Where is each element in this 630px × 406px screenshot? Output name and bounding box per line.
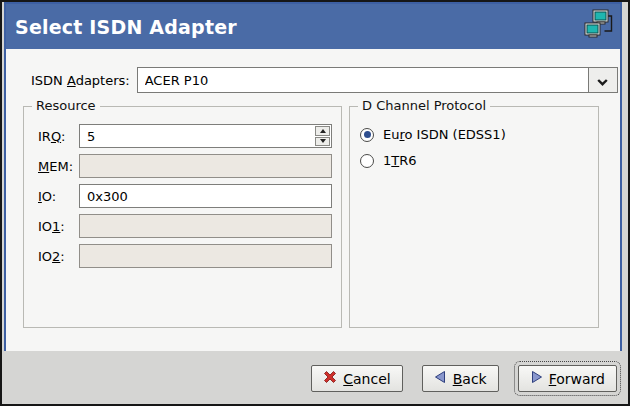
irq-spinbox[interactable]	[79, 124, 332, 148]
resource-group: Resource IRQ: MEM: I	[23, 106, 342, 328]
irq-label: IRQ:	[38, 129, 79, 144]
io2-input	[79, 244, 332, 268]
adapter-row: ISDN Adapters:	[31, 67, 618, 93]
forward-button[interactable]: Forward	[518, 365, 617, 392]
cancel-button-label: Cancel	[343, 371, 390, 387]
wizard-frame: Select ISDN Adapter ISDN Adapters:	[4, 2, 622, 353]
io-row: IO:	[38, 184, 332, 208]
irq-spin-up-button[interactable]	[315, 126, 330, 136]
dialog-content: ISDN Adapters: Resource IRQ:	[6, 49, 620, 351]
back-button[interactable]: Back	[422, 365, 499, 392]
io-label: IO:	[38, 189, 79, 204]
irq-input[interactable]	[80, 125, 314, 147]
cancel-button[interactable]: Cancel	[311, 365, 402, 392]
resource-group-title: Resource	[32, 98, 100, 113]
isdn-adapters-input[interactable]	[138, 68, 588, 92]
isdn-adapters-combo[interactable]	[137, 67, 618, 93]
chevron-down-icon	[597, 71, 608, 90]
mem-input	[79, 154, 332, 178]
d-channel-protocol-title: D Channel Protocol	[358, 98, 490, 113]
radio-euro-isdn-label: Euro ISDN (EDSS1)	[383, 127, 506, 142]
page-title: Select ISDN Adapter	[15, 16, 237, 38]
button-bar: Cancel Back Forward	[4, 351, 625, 401]
combo-dropdown-button[interactable]	[588, 68, 617, 92]
irq-spin-buttons	[314, 125, 331, 147]
io-input[interactable]	[79, 184, 332, 208]
chevron-up-icon	[320, 129, 326, 133]
io1-label: IO1:	[38, 219, 79, 234]
io2-label: IO2:	[38, 249, 79, 264]
network-computers-icon	[584, 9, 614, 44]
io2-row: IO2:	[38, 244, 332, 268]
d-channel-protocol-group: D Channel Protocol Euro ISDN (EDSS1) 1TR…	[349, 106, 599, 328]
chevron-down-icon	[320, 139, 326, 143]
right-triangle-icon	[530, 370, 543, 387]
io1-row: IO1:	[38, 214, 332, 238]
radio-dot	[364, 131, 371, 138]
dialog-window: Select ISDN Adapter ISDN Adapters:	[0, 0, 630, 406]
forward-button-label: Forward	[549, 371, 605, 387]
irq-row: IRQ:	[38, 124, 332, 148]
isdn-adapters-label: ISDN Adapters:	[31, 73, 130, 88]
red-x-icon	[323, 370, 337, 387]
radio-unselected-icon	[360, 154, 374, 168]
irq-spin-down-button[interactable]	[315, 137, 330, 147]
radio-1tr6-label: 1TR6	[383, 153, 417, 168]
radio-selected-icon	[360, 128, 374, 142]
title-bar: Select ISDN Adapter	[6, 4, 620, 49]
left-triangle-icon	[434, 370, 447, 387]
radio-euro-isdn[interactable]: Euro ISDN (EDSS1)	[360, 127, 598, 142]
radio-1tr6[interactable]: 1TR6	[360, 153, 598, 168]
mem-label: MEM:	[38, 159, 79, 174]
mem-row: MEM:	[38, 154, 332, 178]
back-button-label: Back	[453, 371, 487, 387]
io1-input	[79, 214, 332, 238]
